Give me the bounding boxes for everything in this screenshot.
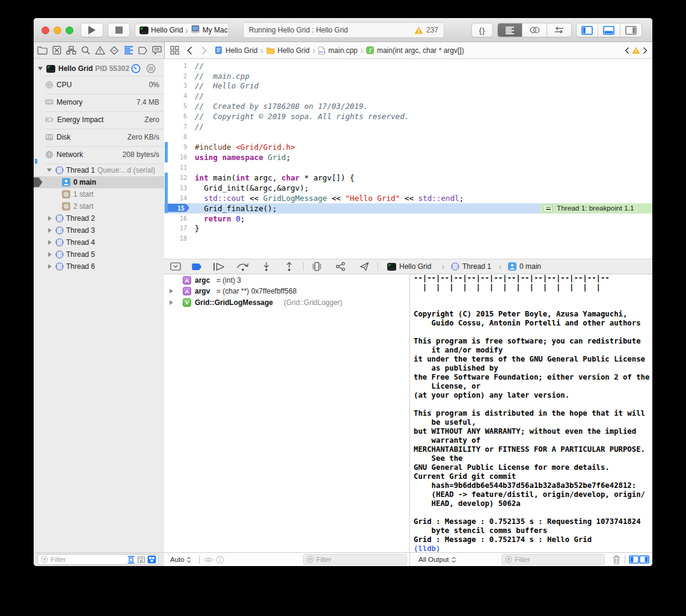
gauge-row-network[interactable]: Network208 bytes/s <box>34 146 164 163</box>
thread-row[interactable]: Thread 5 <box>34 248 164 260</box>
line-number[interactable]: 6 <box>164 111 187 122</box>
navigator-tab-debug[interactable] <box>121 43 136 58</box>
disclosure-triangle-icon[interactable] <box>170 300 173 305</box>
zoom-window-button[interactable] <box>66 26 73 34</box>
console-filter-input[interactable]: Filter <box>501 554 605 565</box>
disclosure-triangle-icon[interactable] <box>38 67 43 70</box>
line-number[interactable]: 7 <box>164 122 187 132</box>
disclosure-triangle-icon[interactable] <box>48 264 52 269</box>
toggle-console-view-button[interactable] <box>639 553 649 566</box>
code-line-7[interactable]: 7// <box>164 122 652 132</box>
line-number[interactable]: 9 <box>164 142 187 152</box>
version-editor-button[interactable] <box>547 23 571 37</box>
gauge-row-cpu[interactable]: CPU0% <box>34 76 164 93</box>
clear-console-button[interactable] <box>613 553 620 566</box>
hide-debug-area-button[interactable] <box>169 259 182 274</box>
step-out-button[interactable] <box>284 259 295 274</box>
disclosure-triangle-icon[interactable] <box>48 252 52 257</box>
issue-warning-icon[interactable] <box>632 47 640 54</box>
close-window-button[interactable] <box>41 26 49 34</box>
navigator-tab-test[interactable] <box>107 43 121 58</box>
navigator-tab-issue[interactable] <box>93 43 107 58</box>
code-line-14[interactable]: 14 std::cout << GridLogMessage << "Hello… <box>164 193 652 203</box>
breakpoint-marker[interactable]: 15 <box>166 203 190 214</box>
thread-row[interactable]: Thread 1Queue:...d (serial) <box>34 164 164 176</box>
code-line-16[interactable]: 16 return 0; <box>164 214 652 224</box>
toggle-inspector-panel-button[interactable] <box>620 23 642 37</box>
code-line-11[interactable]: 11 <box>164 162 652 173</box>
variable-row[interactable]: VGrid::GridLogMessage(Grid::GridLogger) <box>164 297 409 308</box>
code-line-9[interactable]: 9#include <Grid/Grid.h> <box>164 142 652 152</box>
thread-row[interactable]: Thread 6 <box>34 260 164 273</box>
debug-crumb-2[interactable]: 0 main <box>508 259 541 274</box>
line-number[interactable]: 17 <box>164 223 187 233</box>
breadcrumb-item[interactable]: Hello Grid <box>266 46 310 55</box>
continue-button[interactable] <box>212 259 226 274</box>
line-number[interactable]: 3 <box>164 81 187 91</box>
profile-in-instruments-button[interactable] <box>131 64 141 73</box>
step-into-button[interactable] <box>261 259 272 274</box>
line-number[interactable]: 11 <box>164 162 187 173</box>
view-hierarchy-button[interactable] <box>311 259 322 274</box>
navigator-tab-project[interactable] <box>35 43 50 58</box>
show-stack-frames-icon[interactable] <box>137 556 145 564</box>
toggle-variables-view-button[interactable] <box>629 553 639 566</box>
print-description-button[interactable] <box>216 553 224 566</box>
code-line-8[interactable]: 8 <box>164 132 652 142</box>
warning-count-badge[interactable]: 237 <box>414 26 438 34</box>
navigator-filter-input[interactable]: Filter <box>37 554 159 565</box>
gauge-row-disk[interactable]: DiskZero KB/s <box>34 129 164 146</box>
code-line-3[interactable]: 3// Hello Grid <box>164 81 652 91</box>
variable-row[interactable]: Aargc= (int) 3 <box>164 275 409 286</box>
related-items-icon[interactable] <box>167 46 182 55</box>
breakpoints-toggle-button[interactable] <box>190 259 203 274</box>
stack-frame-row[interactable]: 0 main <box>34 176 164 188</box>
line-number[interactable]: 12 <box>164 173 187 183</box>
code-line-2[interactable]: 2// main.cpp <box>164 71 652 81</box>
navigator-tab-report[interactable] <box>150 43 164 58</box>
debug-crumb-1[interactable]: Thread 1 <box>451 259 491 274</box>
standard-editor-button[interactable] <box>498 23 522 37</box>
line-number[interactable]: 5 <box>164 101 187 111</box>
code-line-18[interactable]: 18 <box>164 233 652 244</box>
assistant-editor-button[interactable] <box>522 23 547 37</box>
toggle-debug-area-button[interactable] <box>598 23 620 37</box>
variables-filter-input[interactable]: Filter <box>303 554 407 565</box>
toggle-navigator-panel-button[interactable] <box>577 23 598 37</box>
code-line-4[interactable]: 4// <box>164 91 652 101</box>
breadcrumb-item[interactable]: c++main.cpp <box>318 46 358 55</box>
disclosure-triangle-icon[interactable] <box>48 216 52 221</box>
gauge-row-memory[interactable]: Memory7.4 MB <box>34 94 164 111</box>
line-number[interactable]: 2 <box>164 71 187 81</box>
code-line-1[interactable]: 1// <box>164 61 652 71</box>
go-back-button[interactable] <box>182 46 197 55</box>
navigator-tab-find[interactable] <box>78 43 93 58</box>
breadcrumb-item[interactable]: fmain(int argc, char * argv[]) <box>366 46 464 55</box>
disclosure-triangle-icon[interactable] <box>170 289 173 294</box>
stack-frame-row[interactable]: 2 start <box>34 200 164 212</box>
console-output-popup[interactable]: All Output <box>418 553 456 566</box>
code-line-6[interactable]: 6// Copyright © 2019 sopa. All rights re… <box>164 111 652 122</box>
minimize-window-button[interactable] <box>54 26 61 34</box>
show-running-processes-icon[interactable] <box>127 556 135 564</box>
line-number[interactable]: 14 <box>164 193 187 203</box>
line-number[interactable]: 13 <box>164 183 187 193</box>
code-line-13[interactable]: 13 Grid_init(&argc,&argv); <box>164 183 652 193</box>
disclosure-triangle-icon[interactable] <box>48 228 52 233</box>
code-review-button[interactable]: {} <box>471 23 493 37</box>
gauge-row-energy-impact[interactable]: Energy ImpactZero <box>34 111 164 128</box>
stop-button[interactable] <box>108 23 130 37</box>
previous-issue-button[interactable] <box>625 47 629 54</box>
line-number[interactable]: 16 <box>164 214 187 224</box>
variables-view[interactable]: Aargc= (int) 3Aargv= (char **) 0x7ffeefb… <box>164 274 409 552</box>
navigator-tab-breakpoint[interactable] <box>135 43 150 58</box>
variable-row[interactable]: Aargv= (char **) 0x7ffeefbff568 <box>164 286 409 297</box>
navigator-tab-symbol[interactable] <box>64 43 79 58</box>
breakpoint-annotation[interactable]: Thread 1: breakpoint 1.1 <box>541 203 652 214</box>
console-output[interactable]: --|--|--|--|--|--|--|--|--|--|--|--|--|-… <box>409 274 652 552</box>
thread-row[interactable]: Thread 4 <box>34 236 164 248</box>
quicklook-button[interactable] <box>204 553 213 566</box>
breadcrumb-item[interactable]: Hello Grid <box>215 46 257 55</box>
code-line-10[interactable]: 10using namespace Grid; <box>164 152 652 162</box>
disclosure-triangle-icon[interactable] <box>48 240 52 245</box>
